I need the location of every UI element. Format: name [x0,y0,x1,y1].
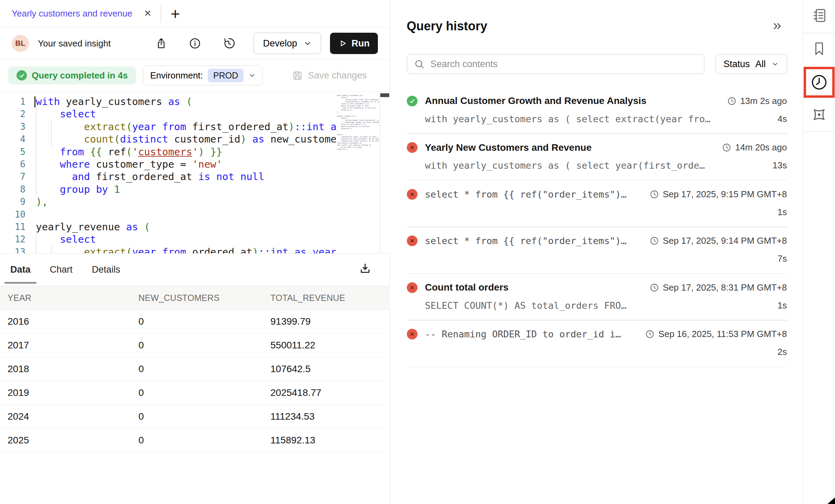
new-tab-button[interactable]: + [169,6,182,22]
dbt-icon[interactable] [803,106,835,123]
search-input[interactable] [430,59,697,70]
history-item[interactable]: select * from {{ ref("order_items")…Sep … [407,227,787,273]
page-title: Query history [407,19,487,33]
divider [161,5,161,23]
tab-yearly-customers-and-revenue[interactable]: Yearly customers and revenue ✕ [0,8,161,19]
table-row[interactable]: 2016091399.79 [0,310,390,334]
table-cell: 91399.79 [270,316,390,327]
environment-selector[interactable]: Environment: PROD [143,65,262,85]
table-cell: 2018 [8,364,138,375]
history-item[interactable]: Count total ordersSep 17, 2025, 8:31 PM … [407,274,787,320]
minimap-scrollbar-thumb[interactable] [380,93,389,97]
run-button[interactable]: Run [330,33,378,54]
minimap-code: with yearly_customers as ( select extrac… [337,94,379,150]
code-line[interactable]: yearly_revenue as ( [36,221,336,233]
line-number: 13 [0,246,25,254]
history-item[interactable]: -- Renaming ORDER_ID to order_id i…Sep 1… [407,321,787,367]
results-tabbar: DataChartDetails [0,254,390,286]
share-icon[interactable] [155,37,167,50]
search-box[interactable] [407,54,704,74]
table-cell: 0 [138,387,270,398]
save-icon [292,70,303,81]
table-cell: 2019 [8,387,138,398]
right-icon-rail [803,0,835,504]
history-item-time: Sep 16, 2025, 11:53 PM GMT+8 [638,329,787,339]
divider [803,131,835,132]
save-changes-button[interactable]: Save changes [292,70,367,81]
code-line[interactable]: where customer_type = 'new' [36,158,336,170]
history-item-time: 13m 2s ago [720,96,787,106]
query-history-header: Query history [407,19,787,34]
error-icon [407,282,418,293]
code-line[interactable]: group by 1 [36,183,336,196]
table-row[interactable]: 20170550011.22 [0,334,390,357]
history-item-title: -- Renaming ORDER_ID to order_id i… [425,329,621,339]
query-history-controls: Status All [407,54,787,74]
column-header: TOTAL_REVENUE [270,293,390,303]
clock-icon [727,96,736,106]
history-item-snippet: with yearly_customers as ( select year(f… [425,160,705,171]
history-clock-icon[interactable] [810,73,828,91]
history-item-time: Sep 17, 2025, 9:15 PM GMT+8 [643,189,787,200]
insight-toolbar: BL Your saved insight [0,28,390,60]
download-results-button[interactable] [359,262,372,275]
history-item-title: select * from {{ ref("order_items")… [425,189,627,200]
line-number: 4 [0,133,25,145]
column-header: NEW_CUSTOMERS [138,293,270,303]
line-number: 11 [0,221,25,233]
avatar: BL [12,35,29,52]
line-number: 3 [0,120,25,133]
history-item[interactable]: select * from {{ ref("order_items")…Sep … [407,180,787,227]
history-item[interactable]: Yearly New Customers and Revenue14m 20s … [407,134,787,180]
line-number: 2 [0,108,25,120]
code-line[interactable]: extract(year from ordered_at)::int as ye… [36,246,336,254]
code-line[interactable]: from {{ ref('customers') }} [36,146,336,158]
table-cell: 2017 [8,340,138,351]
query-history-icon[interactable] [223,37,235,50]
table-cell: 111234.53 [270,411,390,422]
history-item-duration: 7s [771,253,787,264]
tab-label: Details [92,264,121,275]
editor-minimap[interactable]: with yearly_customers as ( select extrac… [337,94,379,251]
status-filter-dropdown[interactable]: Status All [715,54,787,74]
code-line[interactable]: select [36,108,336,120]
history-item[interactable]: Annual Customer Growth and Revenue Analy… [407,87,787,133]
develop-button[interactable]: Develop [254,33,321,54]
column-header: YEAR [8,293,138,303]
results-tab-details[interactable]: Details [92,254,121,286]
code-lines[interactable]: with yearly_customers as ( select extrac… [36,95,336,254]
code-line[interactable]: extract(year from first_ordered_at)::int… [36,120,336,133]
table-row[interactable]: 20180107642.5 [0,357,390,381]
table-cell: 0 [138,340,270,351]
info-icon[interactable] [189,37,201,50]
code-line[interactable]: and first_ordered_at is not null [36,170,336,183]
history-item-time: Sep 17, 2025, 9:14 PM GMT+8 [643,235,787,246]
code-line[interactable] [36,208,336,221]
code-line[interactable]: with yearly_customers as ( [36,95,336,108]
search-icon [414,59,424,69]
line-number: 9 [0,196,25,208]
history-list: Annual Customer Growth and Revenue Analy… [407,87,787,367]
error-icon [407,235,418,246]
table-cell: 2025418.77 [270,387,390,398]
history-item-duration: 13s [766,160,787,171]
results-tab-data[interactable]: Data [10,254,31,286]
results-tab-chart[interactable]: Chart [50,254,73,286]
sql-editor[interactable]: 12345678910111213 with yearly_customers … [0,91,390,254]
close-tab-icon[interactable]: ✕ [144,9,152,18]
table-row[interactable]: 20240111234.53 [0,405,390,429]
notebook-icon[interactable] [803,8,835,23]
tab-label: Data [10,264,31,275]
table-row[interactable]: 20250115892.13 [0,429,390,452]
code-line[interactable]: select [36,233,336,245]
table-row[interactable]: 201902025418.77 [0,381,390,405]
code-line[interactable]: count(distinct customer_id) as new_custo… [36,133,336,145]
collapse-panel-icon[interactable] [772,21,783,32]
bookmark-icon[interactable] [803,41,835,56]
develop-label: Develop [263,38,297,49]
download-icon [359,262,372,275]
history-item-title: Yearly New Customers and Revenue [425,142,592,153]
code-line[interactable]: ), [36,196,336,208]
error-icon [407,142,418,153]
table-body: 2016091399.7920170550011.2220180107642.5… [0,310,390,452]
